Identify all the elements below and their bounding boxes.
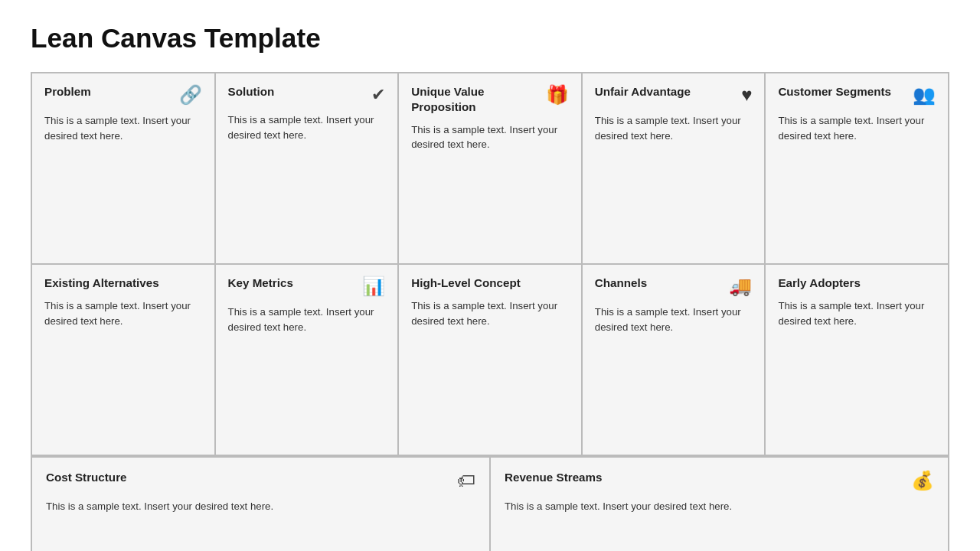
channels-cell: Channels 🚚 This is a sample text. Insert… (583, 265, 765, 455)
existing-alternatives-header: Existing Alternatives (44, 276, 202, 291)
channels-text: This is a sample text. Insert your desir… (595, 305, 753, 335)
cost-structure-text: This is a sample text. Insert your desir… (46, 499, 475, 514)
channels-icon: 🚚 (729, 276, 752, 297)
solution-header: Solution ✔ (228, 84, 386, 105)
problem-title: Problem (44, 84, 91, 99)
existing-alternatives-title: Existing Alternatives (44, 276, 159, 291)
solution-title: Solution (228, 84, 275, 99)
key-metrics-cell: Key Metrics 📊 This is a sample text. Ins… (216, 265, 398, 455)
early-adopters-header: Early Adopters (778, 276, 936, 291)
solution-cell: Solution ✔ This is a sample text. Insert… (216, 73, 398, 265)
uvp-icon: 🎁 (546, 84, 569, 106)
key-metrics-text: This is a sample text. Insert your desir… (228, 305, 386, 335)
unfair-advantage-title: Unfair Advantage (595, 84, 691, 99)
unfair-advantage-header: Unfair Advantage ♥ (595, 84, 753, 106)
bottom-row: Cost Structure 🏷 This is a sample text. … (32, 456, 948, 551)
key-metrics-icon: 📊 (362, 276, 385, 297)
cost-structure-title: Cost Structure (46, 470, 126, 485)
unfair-advantage-column: Unfair Advantage ♥ This is a sample text… (583, 73, 766, 455)
unfair-advantage-cell: Unfair Advantage ♥ This is a sample text… (583, 73, 765, 265)
problem-column: Problem 🔗 This is a sample text. Insert … (32, 73, 216, 455)
page-title: Lean Canvas Template (31, 23, 949, 54)
existing-alternatives-cell: Existing Alternatives This is a sample t… (32, 265, 214, 455)
customer-segments-icon: 👥 (913, 84, 936, 106)
high-level-text: This is a sample text. Insert your desir… (411, 298, 569, 329)
solution-column: Solution ✔ This is a sample text. Insert… (216, 73, 400, 455)
uvp-cell: Unique Value Proposition 🎁 This is a sam… (399, 73, 581, 265)
customer-segments-header: Customer Segments 👥 (778, 84, 936, 106)
revenue-streams-cell: Revenue Streams 💰 This is a sample text.… (491, 458, 948, 551)
revenue-streams-icon: 💰 (911, 470, 934, 491)
revenue-streams-header: Revenue Streams 💰 (505, 470, 934, 491)
cost-structure-header: Cost Structure 🏷 (46, 470, 475, 491)
revenue-streams-text: This is a sample text. Insert your desir… (505, 499, 934, 514)
problem-text: This is a sample text. Insert your desir… (44, 113, 202, 144)
unfair-advantage-icon: ♥ (741, 84, 752, 106)
uvp-column: Unique Value Proposition 🎁 This is a sam… (399, 73, 583, 455)
problem-header: Problem 🔗 (44, 84, 202, 106)
high-level-header: High-Level Concept (411, 276, 569, 291)
channels-title: Channels (595, 276, 647, 291)
problem-cell: Problem 🔗 This is a sample text. Insert … (32, 73, 214, 265)
customer-segments-cell: Customer Segments 👥 This is a sample tex… (766, 73, 948, 265)
early-adopters-title: Early Adopters (778, 276, 860, 291)
canvas-container: Problem 🔗 This is a sample text. Insert … (31, 72, 949, 551)
problem-icon: 🔗 (179, 84, 202, 106)
channels-header: Channels 🚚 (595, 276, 753, 297)
main-grid: Problem 🔗 This is a sample text. Insert … (32, 73, 948, 456)
existing-alternatives-text: This is a sample text. Insert your desir… (44, 298, 202, 329)
solution-icon: ✔ (371, 84, 385, 105)
customer-segments-column: Customer Segments 👥 This is a sample tex… (766, 73, 948, 455)
revenue-streams-title: Revenue Streams (505, 470, 602, 485)
uvp-header: Unique Value Proposition 🎁 (411, 84, 569, 115)
uvp-title: Unique Value Proposition (411, 84, 540, 115)
unfair-advantage-text: This is a sample text. Insert your desir… (595, 113, 753, 144)
high-level-title: High-Level Concept (411, 276, 521, 291)
cost-structure-cell: Cost Structure 🏷 This is a sample text. … (32, 458, 491, 551)
key-metrics-header: Key Metrics 📊 (228, 276, 386, 297)
key-metrics-title: Key Metrics (228, 276, 293, 291)
cost-structure-icon: 🏷 (457, 470, 475, 491)
high-level-cell: High-Level Concept This is a sample text… (399, 265, 581, 455)
customer-segments-title: Customer Segments (778, 84, 891, 99)
uvp-text: This is a sample text. Insert your desir… (411, 122, 569, 153)
early-adopters-text: This is a sample text. Insert your desir… (778, 298, 936, 329)
solution-text: This is a sample text. Insert your desir… (228, 112, 386, 143)
customer-segments-text: This is a sample text. Insert your desir… (778, 113, 936, 144)
early-adopters-cell: Early Adopters This is a sample text. In… (766, 265, 948, 455)
